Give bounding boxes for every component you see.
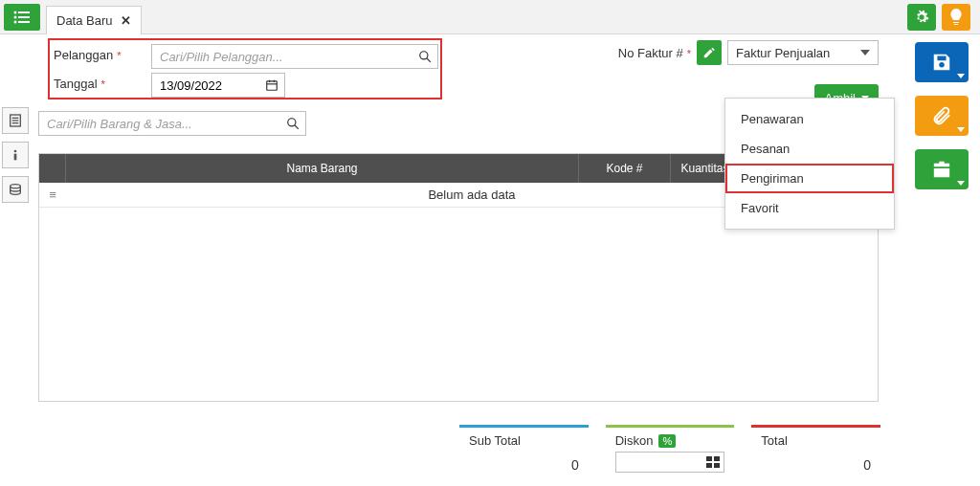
pelanggan-label: Pelanggan*	[54, 48, 121, 62]
document-icon	[8, 113, 23, 128]
svg-rect-23	[706, 463, 712, 468]
currency-tab-button[interactable]	[2, 176, 29, 203]
subtotal-value: 0	[571, 457, 579, 473]
svg-point-2	[14, 15, 17, 18]
svg-line-7	[427, 58, 431, 62]
info-icon	[8, 147, 23, 163]
th-handle	[39, 154, 66, 183]
svg-rect-8	[267, 81, 278, 90]
save-button[interactable]	[915, 42, 969, 82]
dd-item-pesanan[interactable]: Pesanan	[725, 134, 894, 164]
total-label: Total	[761, 433, 871, 448]
info-tab-button[interactable]	[2, 142, 29, 168]
th-kode[interactable]: Kode #	[579, 154, 671, 183]
svg-point-6	[420, 52, 428, 59]
item-search-input[interactable]	[45, 116, 286, 132]
svg-rect-24	[714, 463, 720, 468]
diskon-label: Diskon%	[615, 433, 725, 448]
svg-point-16	[14, 150, 17, 153]
keypad-icon[interactable]	[706, 456, 720, 468]
tanggal-label: Tanggal*	[54, 77, 105, 91]
search-icon[interactable]	[286, 117, 300, 130]
lightbulb-icon	[949, 9, 963, 26]
currency-icon	[8, 182, 23, 197]
pencil-icon	[702, 46, 716, 59]
pelanggan-field[interactable]	[151, 44, 438, 69]
dd-item-pengiriman[interactable]: Pengiriman	[725, 164, 894, 193]
tab-bar: Data Baru ✕	[0, 0, 980, 34]
tab-data-baru[interactable]: Data Baru ✕	[46, 6, 142, 34]
svg-rect-3	[18, 16, 30, 18]
svg-rect-1	[18, 11, 30, 13]
svg-rect-17	[14, 154, 17, 161]
subtotal-box: Sub Total 0	[459, 425, 589, 478]
svg-rect-21	[706, 456, 712, 461]
main-menu-button[interactable]	[4, 4, 40, 31]
chevron-down-icon	[860, 50, 870, 55]
settings-button[interactable]	[907, 4, 936, 31]
dd-item-penawaran[interactable]: Penawaran	[725, 104, 894, 134]
calendar-icon[interactable]	[265, 78, 278, 92]
search-icon[interactable]	[418, 50, 432, 63]
svg-point-0	[14, 11, 17, 13]
detail-tab-button[interactable]	[2, 107, 29, 134]
total-box: Total 0	[751, 425, 880, 478]
percent-badge[interactable]: %	[658, 434, 676, 448]
paperclip-icon	[931, 105, 952, 126]
attachment-button[interactable]	[915, 96, 969, 136]
ambil-dropdown: Penawaran Pesanan Pengiriman Favorit	[724, 98, 895, 230]
tab-title: Data Baru	[56, 13, 113, 28]
total-value: 0	[863, 457, 871, 473]
svg-point-19	[288, 119, 296, 126]
subtotal-label: Sub Total	[469, 433, 579, 448]
svg-rect-22	[714, 456, 720, 461]
diskon-input-field[interactable]	[615, 452, 725, 473]
tanggal-field[interactable]	[151, 73, 285, 98]
hint-button[interactable]	[942, 4, 970, 31]
svg-line-20	[295, 125, 299, 129]
diskon-box: Diskon%	[606, 425, 735, 478]
tanggal-input[interactable]	[158, 77, 265, 94]
dd-item-favorit[interactable]: Favorit	[725, 193, 894, 223]
pelanggan-input[interactable]	[158, 49, 418, 65]
nofaktur-label: No Faktur #*	[618, 46, 691, 60]
th-nama-barang[interactable]: Nama Barang	[66, 154, 579, 183]
faktur-select-value: Faktur Penjualan	[736, 46, 830, 60]
diskon-input[interactable]	[620, 454, 707, 471]
edit-nofaktur-button[interactable]	[697, 40, 722, 65]
briefcase-icon	[931, 160, 952, 179]
close-icon[interactable]: ✕	[121, 13, 131, 28]
item-search-field[interactable]	[38, 111, 306, 136]
list-icon	[13, 11, 31, 24]
svg-point-18	[11, 185, 21, 188]
save-icon	[931, 52, 952, 73]
gear-icon	[914, 10, 929, 25]
svg-rect-5	[18, 21, 30, 23]
svg-point-4	[14, 20, 17, 23]
faktur-type-select[interactable]: Faktur Penjualan	[727, 40, 879, 65]
row-drag-icon[interactable]: ≡	[39, 188, 66, 202]
toolbox-button[interactable]	[915, 149, 969, 189]
